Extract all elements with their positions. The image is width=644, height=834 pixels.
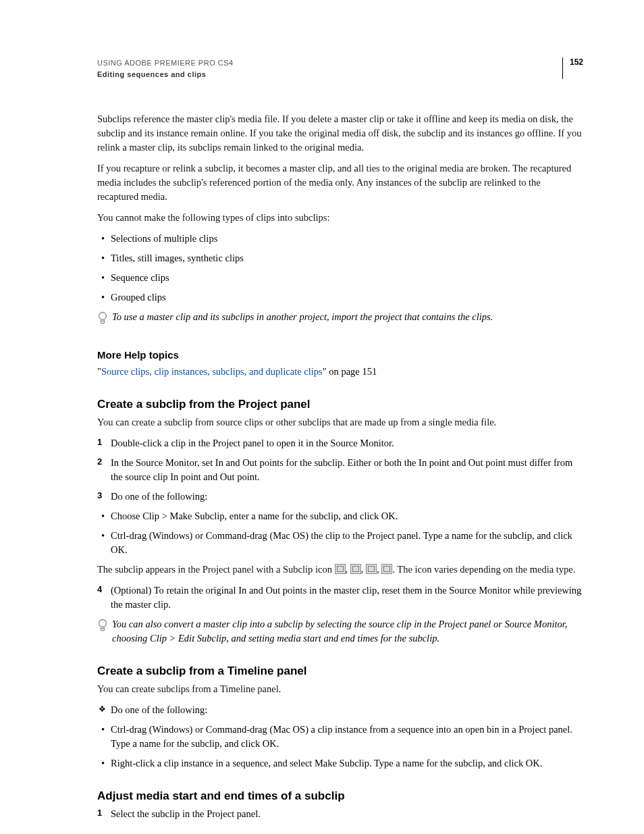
- header-product: USING ADOBE PREMIERE PRO CS4: [97, 57, 556, 69]
- section-heading-adjust: Adjust media start and end times of a su…: [97, 789, 583, 803]
- page-container: USING ADOBE PREMIERE PRO CS4 Editing seq…: [0, 0, 644, 834]
- adjust-steps: Select the subclip in the Project panel.: [97, 807, 583, 821]
- tip-block: You can also convert a master clip into …: [97, 617, 583, 646]
- svg-point-0: [99, 313, 107, 320]
- step-item: (Optional) To retain the original In and…: [97, 583, 583, 612]
- tip-text: To use a master clip and its subclips in…: [112, 310, 583, 324]
- icon-para-prefix: The subclip appears in the Project panel…: [97, 564, 335, 575]
- section-intro: You can create subclips from a Timeline …: [97, 682, 583, 696]
- step-item: Double-click a clip in the Project panel…: [97, 436, 583, 450]
- subclip-still-icon: [381, 564, 392, 574]
- list-item: Selections of multiple clips: [97, 232, 583, 246]
- section-heading-timeline: Create a subclip from a Timeline panel: [97, 664, 583, 678]
- header-divider: [562, 57, 563, 79]
- tip-text: You can also convert a master clip into …: [112, 617, 583, 646]
- instruction-line: Do one of the following:: [97, 703, 583, 717]
- subclip-icon-paragraph: The subclip appears in the Project panel…: [97, 563, 583, 577]
- section-heading-project: Create a subclip from the Project panel: [97, 398, 583, 411]
- subclip-av-icon: [366, 564, 377, 574]
- section-intro: You can create a subclip from source cli…: [97, 415, 583, 429]
- intro-paragraph: If you recapture or relink a subclip, it…: [97, 161, 583, 204]
- list-item: Choose Clip > Make Subclip, enter a name…: [97, 509, 583, 523]
- cannot-subclip-list: Selections of multiple clips Titles, sti…: [97, 232, 583, 305]
- list-item: Right-click a clip instance in a sequenc…: [97, 756, 583, 771]
- project-steps-cont: (Optional) To retain the original In and…: [97, 583, 583, 612]
- step-item: Select the subclip in the Project panel.: [97, 807, 583, 821]
- tip-block: To use a master clip and its subclips in…: [97, 310, 583, 326]
- running-header: USING ADOBE PREMIERE PRO CS4 Editing seq…: [97, 57, 583, 80]
- svg-point-2: [99, 620, 107, 627]
- header-chapter: Editing sequences and clips: [97, 69, 556, 80]
- header-left: USING ADOBE PREMIERE PRO CS4 Editing seq…: [97, 57, 556, 80]
- icon-para-suffix: . The icon varies depending on the media…: [392, 564, 575, 575]
- project-steps: Double-click a clip in the Project panel…: [97, 436, 583, 504]
- project-sub-bullets: Choose Clip > Make Subclip, enter a name…: [97, 509, 583, 557]
- page-number: 152: [570, 57, 583, 67]
- list-item: Ctrl-drag (Windows) or Command-drag (Mac…: [97, 723, 583, 751]
- related-link-suffix: on page 151: [327, 366, 377, 377]
- lightbulb-icon: [97, 310, 112, 326]
- lightbulb-icon: [97, 617, 112, 633]
- intro-paragraph: You cannot make the following types of c…: [97, 211, 583, 225]
- intro-paragraph: Subclips reference the master clip's med…: [97, 112, 583, 155]
- related-link[interactable]: Source clips, clip instances, subclips, …: [101, 366, 323, 377]
- subclip-video-icon: [350, 564, 361, 574]
- timeline-bullets: Ctrl-drag (Windows) or Command-drag (Mac…: [97, 723, 583, 771]
- step-item: In the Source Monitor, set In and Out po…: [97, 456, 583, 484]
- more-help-heading: More Help topics: [97, 349, 583, 361]
- list-item: Titles, still images, synthetic clips: [97, 251, 583, 265]
- list-item: Ctrl-drag (Windows) or Command-drag (Mac…: [97, 529, 583, 557]
- page-number-block: 152: [556, 57, 583, 79]
- related-link-line: "Source clips, clip instances, subclips,…: [97, 365, 583, 379]
- list-item: Sequence clips: [97, 271, 583, 285]
- subclip-audio-icon: [335, 564, 346, 574]
- list-item: Grouped clips: [97, 290, 583, 305]
- step-item: Do one of the following:: [97, 490, 583, 504]
